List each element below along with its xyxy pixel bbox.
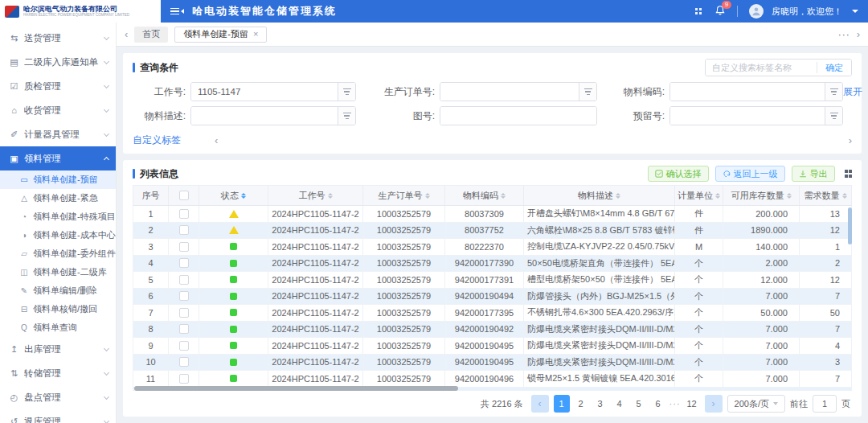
- select-all-checkbox[interactable]: [179, 191, 189, 200]
- sidebar-item-secondary-inbound-notice[interactable]: ▤二级库入库通知单: [0, 50, 116, 74]
- col-header-unit[interactable]: 计量单位: [675, 186, 723, 205]
- pagination-page-1[interactable]: 1: [554, 395, 570, 413]
- col-header-material_code[interactable]: 物料编码: [445, 186, 524, 205]
- tabs-forward-icon[interactable]: ›: [857, 29, 860, 39]
- pagination-prev-icon[interactable]: ‹: [531, 395, 549, 413]
- pagination-page-4[interactable]: 4: [612, 395, 628, 413]
- tag-scroll-left-icon[interactable]: ‹: [215, 135, 218, 146]
- sort-icon[interactable]: [616, 193, 620, 199]
- drawing-no-input[interactable]: [440, 107, 596, 125]
- sort-icon[interactable]: [715, 193, 720, 199]
- tab-领料单创建-预留[interactable]: 领料单创建-预留×: [174, 27, 267, 43]
- sidebar-item-stocktake[interactable]: ◴盘点管理: [0, 385, 116, 409]
- row-checkbox[interactable]: [179, 357, 189, 367]
- row-checkbox[interactable]: [179, 341, 189, 351]
- work-no-filter-icon[interactable]: [338, 83, 355, 101]
- reserve-no-filter-icon[interactable]: [825, 107, 842, 125]
- sidebar-subitem-create-cost-center[interactable]: ◑领料单创建-成本中心: [0, 226, 116, 244]
- pagination-page-6[interactable]: 6: [650, 395, 666, 413]
- sidebar-subitem-create-special[interactable]: ◔领料单创建-特殊项目: [0, 207, 116, 226]
- table-row[interactable]: 102024HPC1105-1147-210003252579942000190…: [133, 355, 852, 372]
- fullscreen-icon[interactable]: [695, 8, 702, 14]
- sidebar-item-transfer[interactable]: ⇅转储管理: [0, 361, 116, 385]
- sidebar-item-delivery[interactable]: ⇆送货管理: [0, 26, 116, 50]
- row-checkbox[interactable]: [179, 324, 189, 334]
- col-header-material_desc[interactable]: 物料描述: [524, 186, 675, 205]
- sort-icon[interactable]: [501, 193, 506, 199]
- pagination-next-icon[interactable]: ›: [705, 395, 723, 413]
- row-checkbox[interactable]: [179, 225, 189, 235]
- sidebar-item-return-warehouse[interactable]: ↺退库管理: [0, 409, 116, 423]
- table-row[interactable]: 92024HPC1105-1147-2100032525799420001904…: [133, 338, 852, 355]
- sidebar-item-material-requisition[interactable]: ▣领料管理: [0, 146, 116, 170]
- sort-icon[interactable]: [241, 193, 246, 199]
- export-button[interactable]: 导出: [792, 166, 835, 182]
- tag-scroll-right-icon[interactable]: ›: [849, 135, 852, 146]
- vertical-scrollbar[interactable]: [848, 207, 852, 272]
- user-avatar[interactable]: [749, 4, 764, 18]
- material-desc-input[interactable]: [191, 107, 338, 125]
- col-header-work_no[interactable]: 工作号: [268, 186, 363, 205]
- horizontal-scrollbar[interactable]: [133, 386, 852, 391]
- sidebar-collapse-icon[interactable]: [170, 8, 184, 15]
- order-no-input[interactable]: [440, 83, 579, 101]
- reserve-no-input[interactable]: [670, 107, 825, 125]
- tab-首页[interactable]: 首页: [134, 27, 168, 43]
- custom-tag-link[interactable]: 自定义标签: [133, 133, 181, 147]
- column-settings-icon[interactable]: [845, 170, 853, 178]
- row-checkbox[interactable]: [179, 308, 189, 318]
- back-up-level-button[interactable]: 返回上一级: [715, 166, 785, 182]
- material-desc-filter-icon[interactable]: [338, 107, 355, 125]
- col-header-available_qty[interactable]: 可用库存数量: [723, 186, 800, 205]
- pagination-page-2[interactable]: 2: [573, 395, 589, 413]
- sidebar-subitem-create-secondary[interactable]: ◫领料单创建-二级库: [0, 263, 116, 281]
- sort-icon[interactable]: [787, 193, 792, 199]
- work-no-input[interactable]: [191, 83, 338, 101]
- confirm-tag-button[interactable]: 确定: [817, 60, 851, 76]
- pagination-page-5[interactable]: 5: [631, 395, 647, 413]
- pagination-page-3[interactable]: 3: [592, 395, 608, 413]
- table-row[interactable]: 22024HPC1105-1147-21000325257980037752六角…: [133, 223, 852, 240]
- sidebar-subitem-edit-delete[interactable]: ✎领料单编辑/删除: [0, 281, 116, 300]
- table-row[interactable]: 12024HPC1105-1147-21000325257980037309开槽…: [133, 206, 852, 223]
- row-checkbox[interactable]: [179, 275, 189, 285]
- user-menu-caret-icon[interactable]: [852, 10, 858, 13]
- table-row[interactable]: 82024HPC1105-1147-2100032525799420001904…: [133, 322, 852, 339]
- material-code-filter-icon[interactable]: [825, 83, 842, 101]
- sidebar-item-quality[interactable]: ☑质检管理: [0, 74, 116, 98]
- row-checkbox[interactable]: [179, 209, 189, 219]
- order-no-filter-icon[interactable]: [579, 83, 596, 101]
- sort-icon[interactable]: [328, 193, 333, 199]
- col-header-status[interactable]: 状态: [199, 186, 268, 205]
- user-greeting[interactable]: 房晓明，欢迎您！: [772, 6, 842, 18]
- table-row[interactable]: 62024HPC1105-1147-2100032525799420001904…: [133, 289, 852, 306]
- tabs-more-icon[interactable]: ···: [838, 29, 850, 40]
- row-checkbox[interactable]: [179, 291, 189, 301]
- page-size-select[interactable]: 200条/页: [727, 395, 785, 413]
- col-header-required_qty[interactable]: 需求数量: [800, 186, 851, 205]
- table-row[interactable]: 72024HPC1105-1147-2100032525799420001773…: [133, 305, 852, 322]
- col-header-order_no[interactable]: 生产订单号: [363, 186, 445, 205]
- custom-tag-name-input[interactable]: [706, 60, 817, 76]
- row-checkbox[interactable]: [179, 374, 189, 384]
- material-code-input[interactable]: [670, 83, 825, 101]
- sidebar-subitem-create-urgent[interactable]: △领料单创建-紧急: [0, 189, 116, 207]
- sidebar-item-receiving[interactable]: ⌂收货管理: [0, 98, 116, 122]
- table-row[interactable]: 42024HPC1105-1147-2100032525799420001773…: [133, 256, 852, 273]
- tab-close-icon[interactable]: ×: [253, 30, 258, 39]
- tabs-back-icon[interactable]: ‹: [125, 29, 128, 39]
- goto-page-input[interactable]: [813, 395, 837, 413]
- confirm-select-button[interactable]: 确认选择: [648, 166, 709, 182]
- table-row[interactable]: 52024HPC1105-1147-2100032525799420001773…: [133, 272, 852, 289]
- col-header-checkbox[interactable]: [169, 186, 199, 205]
- sidebar-subitem-create-outsourced[interactable]: ▱领料单创建-委外组件: [0, 244, 116, 263]
- sidebar-subitem-query[interactable]: Q领料单查询: [0, 318, 116, 337]
- pagination-page-12[interactable]: 12: [684, 395, 700, 413]
- sidebar-item-outbound[interactable]: ↥出库管理: [0, 337, 116, 361]
- sort-icon[interactable]: [425, 193, 430, 199]
- sidebar-subitem-create-reserve[interactable]: ▭领料单创建-预留: [0, 170, 116, 189]
- row-checkbox[interactable]: [179, 258, 189, 268]
- table-row[interactable]: 32024HPC1105-1147-21000325257980222370控制…: [133, 239, 852, 256]
- sidebar-subitem-writeoff-return[interactable]: ⊟领料单核销/撤回: [0, 300, 116, 318]
- sidebar-item-measuring-tools[interactable]: ✐计量器具管理: [0, 122, 116, 146]
